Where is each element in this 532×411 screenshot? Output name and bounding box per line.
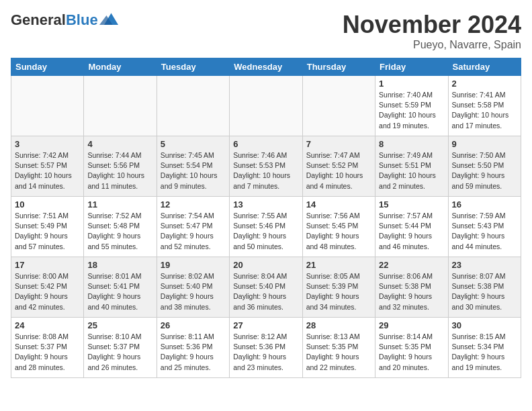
day-info: Sunrise: 8:11 AM Sunset: 5:36 PM Dayligh… xyxy=(161,332,226,373)
calendar-cell xyxy=(230,76,302,136)
calendar-week-2: 10Sunrise: 7:51 AM Sunset: 5:49 PM Dayli… xyxy=(11,197,521,257)
calendar-cell: 19Sunrise: 8:02 AM Sunset: 5:40 PM Dayli… xyxy=(157,257,229,318)
day-info: Sunrise: 7:49 AM Sunset: 5:51 PM Dayligh… xyxy=(379,150,444,191)
day-number: 25 xyxy=(87,320,152,330)
logo-blue: Blue xyxy=(66,11,98,28)
calendar-header-row: SundayMondayTuesdayWednesdayThursdayFrid… xyxy=(11,58,521,76)
day-info: Sunrise: 7:41 AM Sunset: 5:58 PM Dayligh… xyxy=(452,90,517,131)
month-title: November 2024 xyxy=(343,11,521,39)
day-number: 24 xyxy=(15,320,80,330)
calendar-cell: 11Sunrise: 7:52 AM Sunset: 5:48 PM Dayli… xyxy=(84,197,157,257)
calendar-week-1: 3Sunrise: 7:42 AM Sunset: 5:57 PM Daylig… xyxy=(11,136,521,197)
day-info: Sunrise: 8:07 AM Sunset: 5:38 PM Dayligh… xyxy=(452,271,517,312)
calendar-cell: 1Sunrise: 7:40 AM Sunset: 5:59 PM Daylig… xyxy=(375,76,448,136)
calendar-week-3: 17Sunrise: 8:00 AM Sunset: 5:42 PM Dayli… xyxy=(11,257,521,318)
day-number: 13 xyxy=(233,199,298,210)
calendar-table: SundayMondayTuesdayWednesdayThursdayFrid… xyxy=(11,58,521,378)
day-info: Sunrise: 8:08 AM Sunset: 5:37 PM Dayligh… xyxy=(15,332,80,373)
calendar-cell: 23Sunrise: 8:07 AM Sunset: 5:38 PM Dayli… xyxy=(448,257,521,318)
calendar-week-0: 1Sunrise: 7:40 AM Sunset: 5:59 PM Daylig… xyxy=(11,76,521,136)
day-info: Sunrise: 7:52 AM Sunset: 5:48 PM Dayligh… xyxy=(87,211,152,252)
day-number: 20 xyxy=(233,260,298,270)
day-info: Sunrise: 8:13 AM Sunset: 5:35 PM Dayligh… xyxy=(306,332,371,373)
calendar-cell: 14Sunrise: 7:56 AM Sunset: 5:45 PM Dayli… xyxy=(302,197,375,257)
day-info: Sunrise: 7:40 AM Sunset: 5:59 PM Dayligh… xyxy=(379,90,444,131)
day-number: 6 xyxy=(233,139,298,149)
day-number: 26 xyxy=(161,320,226,330)
calendar-header-friday: Friday xyxy=(375,58,448,76)
day-info: Sunrise: 7:55 AM Sunset: 5:46 PM Dayligh… xyxy=(233,211,298,252)
calendar-cell: 2Sunrise: 7:41 AM Sunset: 5:58 PM Daylig… xyxy=(448,76,521,136)
calendar-cell: 20Sunrise: 8:04 AM Sunset: 5:40 PM Dayli… xyxy=(230,257,302,318)
logo: GeneralBlue xyxy=(11,11,118,30)
location: Pueyo, Navarre, Spain xyxy=(343,39,521,51)
calendar-cell: 30Sunrise: 8:15 AM Sunset: 5:34 PM Dayli… xyxy=(448,318,521,378)
day-info: Sunrise: 7:54 AM Sunset: 5:47 PM Dayligh… xyxy=(161,211,226,252)
day-info: Sunrise: 7:56 AM Sunset: 5:45 PM Dayligh… xyxy=(306,211,371,252)
day-number: 2 xyxy=(452,79,517,89)
day-number: 10 xyxy=(15,199,80,210)
day-info: Sunrise: 7:51 AM Sunset: 5:49 PM Dayligh… xyxy=(15,211,80,252)
calendar-cell xyxy=(157,76,229,136)
calendar-cell: 24Sunrise: 8:08 AM Sunset: 5:37 PM Dayli… xyxy=(11,318,84,378)
day-number: 5 xyxy=(161,139,226,149)
day-number: 21 xyxy=(306,260,371,270)
calendar-cell: 5Sunrise: 7:45 AM Sunset: 5:54 PM Daylig… xyxy=(157,136,229,197)
calendar-cell: 6Sunrise: 7:46 AM Sunset: 5:53 PM Daylig… xyxy=(230,136,302,197)
calendar-week-4: 24Sunrise: 8:08 AM Sunset: 5:37 PM Dayli… xyxy=(11,318,521,378)
day-number: 22 xyxy=(379,260,444,270)
day-number: 8 xyxy=(379,139,444,149)
calendar-cell: 22Sunrise: 8:06 AM Sunset: 5:38 PM Dayli… xyxy=(375,257,448,318)
day-number: 29 xyxy=(379,320,444,330)
calendar-cell: 9Sunrise: 7:50 AM Sunset: 5:50 PM Daylig… xyxy=(448,136,521,197)
logo-icon xyxy=(99,11,118,30)
title-block: November 2024 Pueyo, Navarre, Spain xyxy=(343,11,521,51)
day-number: 23 xyxy=(452,260,517,270)
day-info: Sunrise: 7:59 AM Sunset: 5:43 PM Dayligh… xyxy=(452,211,517,252)
logo-general: General xyxy=(11,11,66,28)
calendar-cell xyxy=(302,76,375,136)
day-info: Sunrise: 7:45 AM Sunset: 5:54 PM Dayligh… xyxy=(161,150,226,191)
day-number: 12 xyxy=(161,199,226,210)
day-info: Sunrise: 7:50 AM Sunset: 5:50 PM Dayligh… xyxy=(452,150,517,191)
calendar-cell: 10Sunrise: 7:51 AM Sunset: 5:49 PM Dayli… xyxy=(11,197,84,257)
calendar-cell: 8Sunrise: 7:49 AM Sunset: 5:51 PM Daylig… xyxy=(375,136,448,197)
day-info: Sunrise: 7:44 AM Sunset: 5:56 PM Dayligh… xyxy=(87,150,152,191)
day-number: 9 xyxy=(452,139,517,149)
day-info: Sunrise: 8:01 AM Sunset: 5:41 PM Dayligh… xyxy=(87,271,152,312)
calendar-header-wednesday: Wednesday xyxy=(230,58,302,76)
day-info: Sunrise: 8:00 AM Sunset: 5:42 PM Dayligh… xyxy=(15,271,80,312)
day-number: 11 xyxy=(87,199,152,210)
calendar-cell: 3Sunrise: 7:42 AM Sunset: 5:57 PM Daylig… xyxy=(11,136,84,197)
day-info: Sunrise: 7:47 AM Sunset: 5:52 PM Dayligh… xyxy=(306,150,371,191)
day-info: Sunrise: 7:57 AM Sunset: 5:44 PM Dayligh… xyxy=(379,211,444,252)
day-number: 1 xyxy=(379,79,444,89)
calendar-cell: 4Sunrise: 7:44 AM Sunset: 5:56 PM Daylig… xyxy=(84,136,157,197)
day-info: Sunrise: 8:04 AM Sunset: 5:40 PM Dayligh… xyxy=(233,271,298,312)
calendar-header-thursday: Thursday xyxy=(302,58,375,76)
day-number: 7 xyxy=(306,139,371,149)
day-number: 14 xyxy=(306,199,371,210)
day-number: 4 xyxy=(87,139,152,149)
calendar-cell: 18Sunrise: 8:01 AM Sunset: 5:41 PM Dayli… xyxy=(84,257,157,318)
calendar-cell xyxy=(11,76,84,136)
calendar-cell: 13Sunrise: 7:55 AM Sunset: 5:46 PM Dayli… xyxy=(230,197,302,257)
day-number: 16 xyxy=(452,199,517,210)
day-number: 28 xyxy=(306,320,371,330)
day-number: 19 xyxy=(161,260,226,270)
calendar-cell: 16Sunrise: 7:59 AM Sunset: 5:43 PM Dayli… xyxy=(448,197,521,257)
day-info: Sunrise: 8:05 AM Sunset: 5:39 PM Dayligh… xyxy=(306,271,371,312)
page-header: GeneralBlue November 2024 Pueyo, Navarre… xyxy=(11,11,521,51)
day-info: Sunrise: 7:46 AM Sunset: 5:53 PM Dayligh… xyxy=(233,150,298,191)
calendar-cell xyxy=(84,76,157,136)
calendar-header-saturday: Saturday xyxy=(448,58,521,76)
day-info: Sunrise: 8:02 AM Sunset: 5:40 PM Dayligh… xyxy=(161,271,226,312)
calendar-header-sunday: Sunday xyxy=(11,58,84,76)
calendar-header-tuesday: Tuesday xyxy=(157,58,229,76)
day-number: 17 xyxy=(15,260,80,270)
calendar-cell: 25Sunrise: 8:10 AM Sunset: 5:37 PM Dayli… xyxy=(84,318,157,378)
day-info: Sunrise: 8:15 AM Sunset: 5:34 PM Dayligh… xyxy=(452,332,517,373)
day-info: Sunrise: 8:12 AM Sunset: 5:36 PM Dayligh… xyxy=(233,332,298,373)
calendar-cell: 15Sunrise: 7:57 AM Sunset: 5:44 PM Dayli… xyxy=(375,197,448,257)
calendar-cell: 28Sunrise: 8:13 AM Sunset: 5:35 PM Dayli… xyxy=(302,318,375,378)
